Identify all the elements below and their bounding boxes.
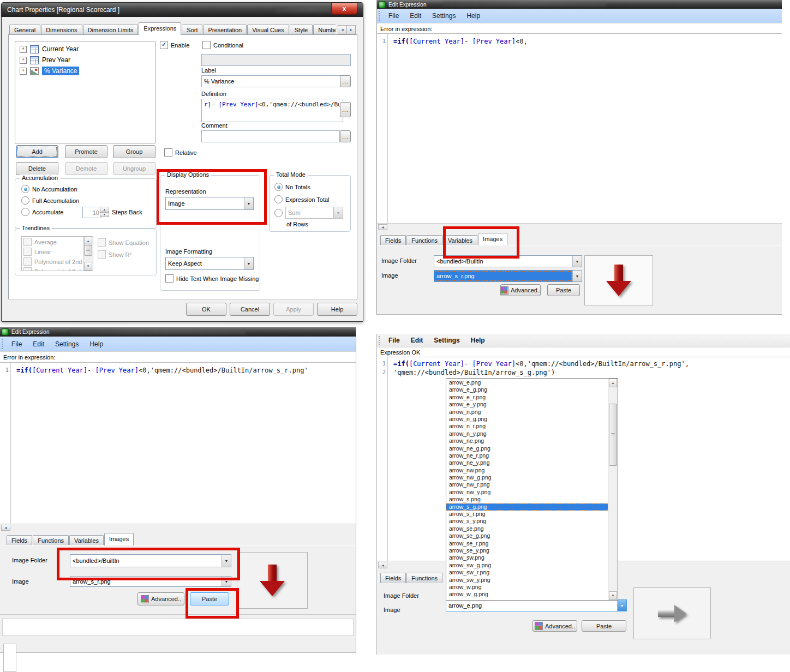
- tab-number[interactable]: Number: [313, 25, 336, 35]
- full-accumulation-radio[interactable]: [21, 196, 29, 205]
- image-file-option[interactable]: arrow_nw_r.png: [446, 481, 608, 488]
- image-file-option[interactable]: arrow_s.png: [446, 496, 608, 503]
- image-file-option[interactable]: arrow_sw_r.png: [446, 569, 608, 576]
- image-formatting-dropdown[interactable]: Keep Aspect ▼: [165, 257, 254, 270]
- show-r2-checkbox[interactable]: [98, 250, 106, 259]
- cancel-button[interactable]: Cancel: [230, 303, 270, 316]
- tab-images[interactable]: Images: [104, 533, 134, 545]
- expand-plus-icon[interactable]: +: [20, 57, 27, 64]
- average-checkbox[interactable]: [23, 238, 32, 246]
- accumulate-radio[interactable]: [21, 208, 29, 216]
- linear-checkbox[interactable]: [23, 248, 32, 256]
- paste-button[interactable]: Paste: [582, 620, 626, 632]
- sum-dropdown[interactable]: Sum ▼: [285, 207, 343, 219]
- expression-tree-item[interactable]: +Prev Year: [15, 55, 155, 65]
- image-file-option[interactable]: arrow_nw_g.png: [446, 474, 608, 481]
- comment-ellipsis-button[interactable]: ...: [340, 130, 351, 142]
- steps-back-spinner[interactable]: ▲ ▼: [100, 207, 109, 217]
- editor-horizontal-scrollbar[interactable]: ◄: [0, 524, 356, 531]
- tab-functions[interactable]: Functions: [33, 535, 69, 545]
- tab-scroll-left-button[interactable]: ◄: [338, 25, 347, 34]
- demote-button[interactable]: Demote: [65, 162, 107, 175]
- no-accumulation-radio[interactable]: [21, 185, 29, 193]
- image-file-option[interactable]: arrow_e.png: [446, 379, 608, 386]
- dropdown-arrow-icon[interactable]: ▼: [244, 257, 253, 269]
- image-file-option[interactable]: arrow_nw_y.png: [446, 489, 608, 496]
- scroll-left-button[interactable]: ◄: [378, 224, 387, 230]
- ok-button[interactable]: OK: [186, 303, 226, 316]
- label-ellipsis-button[interactable]: ...: [340, 75, 351, 87]
- file-list-scrollbar[interactable]: ▲ ▼: [608, 379, 618, 600]
- menu-edit[interactable]: Edit: [404, 12, 427, 20]
- image-file-option[interactable]: arrow_s_r.png: [446, 511, 608, 518]
- tab-dimensions[interactable]: Dimensions: [41, 25, 82, 35]
- menu-help[interactable]: Help: [84, 340, 109, 348]
- dropdown-arrow-icon[interactable]: ▼: [617, 600, 626, 611]
- menu-file[interactable]: File: [383, 337, 405, 344]
- dropdown-arrow-icon[interactable]: ▼: [333, 207, 343, 218]
- tab-style[interactable]: Style: [290, 25, 313, 35]
- image-file-option[interactable]: arrow_ne_g.png: [446, 445, 608, 452]
- menu-help[interactable]: Help: [461, 12, 486, 20]
- trendlines-scrollbar[interactable]: ▲ ▼: [83, 237, 93, 271]
- apply-button[interactable]: Apply: [273, 303, 314, 316]
- enable-checkbox[interactable]: ✓: [160, 41, 168, 49]
- image-file-option[interactable]: arrow_n_g.png: [446, 416, 608, 423]
- tab-sort[interactable]: Sort: [182, 25, 202, 35]
- menu-settings[interactable]: Settings: [50, 340, 84, 348]
- image-file-option[interactable]: arrow_e_r.png: [446, 394, 608, 401]
- advanced-button[interactable]: Advanced..: [532, 620, 577, 632]
- tab-presentation[interactable]: Presentation: [203, 25, 247, 35]
- image-file-option[interactable]: arrow_ne.png: [446, 437, 608, 445]
- group-button[interactable]: Group: [113, 145, 155, 158]
- menu-file[interactable]: File: [383, 12, 404, 20]
- image-file-option[interactable]: arrow_e_g.png: [446, 386, 608, 393]
- image-dropdown[interactable]: arrow_s_r.png ▼: [434, 270, 582, 282]
- spin-down-icon[interactable]: ▼: [100, 212, 109, 218]
- image-dropdown[interactable]: arrow_e.png ▼: [446, 599, 627, 611]
- expression-tree-item[interactable]: +Current Year: [15, 44, 155, 55]
- menu-edit[interactable]: Edit: [405, 337, 429, 344]
- expression-editor[interactable]: 1=if([Current Year]- [Prev Year]<0,: [377, 33, 782, 227]
- polynomial2-checkbox[interactable]: [23, 257, 32, 266]
- scroll-up-icon[interactable]: ▲: [84, 237, 92, 245]
- hide-text-checkbox[interactable]: [165, 274, 173, 283]
- image-file-option[interactable]: arrow_w.png: [446, 584, 608, 591]
- image-file-option[interactable]: arrow_ne_r.png: [446, 452, 608, 459]
- title-bar[interactable]: Edit Expression: [377, 0, 782, 9]
- definition-ellipsis-button[interactable]: ...: [340, 102, 351, 117]
- spin-up-icon[interactable]: ▲: [100, 207, 109, 212]
- ungroup-button[interactable]: Ungroup: [113, 162, 155, 175]
- editor-horizontal-scrollbar[interactable]: ◄: [377, 223, 782, 231]
- conditional-input[interactable]: [201, 54, 351, 66]
- image-file-option[interactable]: arrow_ne_y.png: [446, 459, 608, 466]
- tab-functions[interactable]: Functions: [406, 573, 442, 583]
- advanced-button[interactable]: Advanced..: [137, 592, 184, 605]
- advanced-button[interactable]: Advanced..: [500, 284, 541, 296]
- promote-button[interactable]: Promote: [65, 145, 107, 158]
- tab-fields[interactable]: Fields: [380, 235, 406, 245]
- menu-settings[interactable]: Settings: [428, 337, 465, 344]
- scrollbar-thumb[interactable]: [84, 245, 92, 256]
- scroll-up-button[interactable]: ▲: [609, 379, 617, 387]
- steps-back-input[interactable]: 10: [82, 207, 101, 218]
- tab-variables[interactable]: Variables: [69, 535, 104, 545]
- image-file-option[interactable]: arrow_s_g.png: [446, 503, 608, 511]
- expression-tree-item[interactable]: +% Variance: [15, 65, 155, 76]
- image-file-option[interactable]: arrow_sw_g.png: [446, 562, 608, 569]
- expand-plus-icon[interactable]: +: [20, 68, 27, 75]
- expression-editor[interactable]: 1=if([Current Year]- [Prev Year]<0,'qmem…: [0, 362, 356, 527]
- image-file-option[interactable]: arrow_n_r.png: [446, 423, 608, 430]
- image-file-option[interactable]: arrow_se.png: [446, 525, 608, 532]
- menu-help[interactable]: Help: [465, 337, 490, 344]
- scroll-left-button[interactable]: ◄: [378, 562, 387, 568]
- scroll-down-button[interactable]: ▼: [609, 591, 617, 600]
- sum-of-rows-radio[interactable]: [274, 209, 283, 217]
- image-file-option[interactable]: arrow_s_y.png: [446, 518, 608, 525]
- add-button[interactable]: Add: [16, 145, 58, 158]
- image-file-option[interactable]: arrow_sw.png: [446, 554, 608, 561]
- dropdown-arrow-icon[interactable]: ▼: [572, 256, 582, 267]
- paste-button[interactable]: Paste: [547, 284, 580, 296]
- menu-settings[interactable]: Settings: [427, 12, 461, 20]
- image-file-option[interactable]: arrow_se_y.png: [446, 547, 608, 554]
